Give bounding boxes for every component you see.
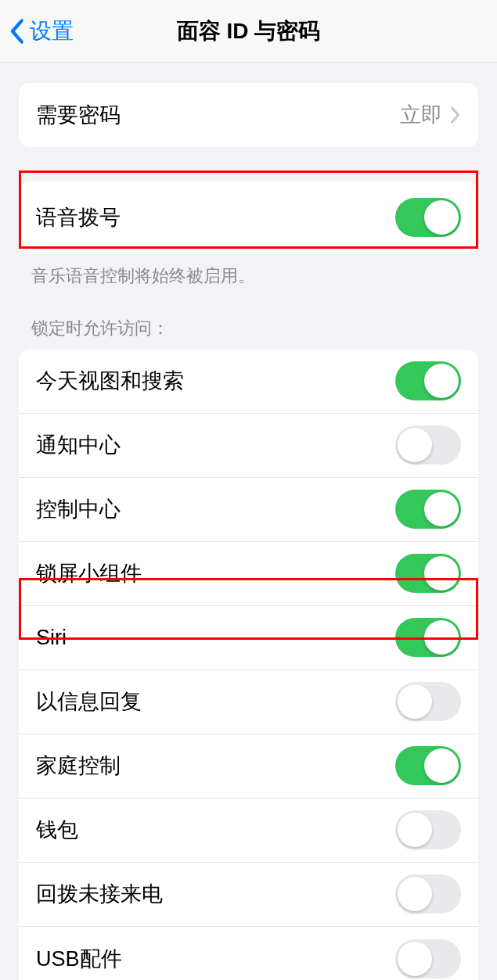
back-label: 设置: [30, 16, 74, 46]
lock-access-toggle[interactable]: [395, 682, 461, 721]
lock-access-toggle[interactable]: [395, 490, 461, 529]
lock-access-row: 家庭控制: [19, 734, 478, 799]
lock-access-label: USB配件: [36, 945, 122, 973]
voice-dial-footer: 音乐语音控制将始终被启用。: [31, 264, 466, 289]
voice-dial-group: 语音拨号: [19, 181, 478, 253]
lock-access-label: 锁屏小组件: [36, 559, 142, 587]
lock-access-toggle[interactable]: [395, 939, 461, 978]
lock-access-toggle[interactable]: [395, 361, 461, 400]
lock-access-label: Siri: [36, 626, 67, 650]
chevron-right-icon: [450, 106, 461, 124]
lock-access-row: 锁屏小组件: [19, 542, 478, 606]
lock-access-toggle[interactable]: [395, 554, 461, 593]
voice-dial-toggle[interactable]: [395, 198, 461, 237]
lock-access-toggle[interactable]: [395, 618, 461, 657]
require-passcode-row[interactable]: 需要密码 立即: [19, 83, 478, 147]
lock-access-toggle[interactable]: [395, 874, 461, 914]
lock-access-label: 以信息回复: [36, 687, 142, 716]
chevron-left-icon: [8, 18, 25, 45]
lock-access-label: 控制中心: [36, 495, 121, 523]
require-passcode-value: 立即: [400, 101, 442, 129]
lock-access-label: 家庭控制: [36, 752, 121, 780]
lock-access-row: 钱包: [19, 799, 478, 863]
lock-access-row: 今天视图和搜索: [19, 350, 478, 414]
lock-access-toggle[interactable]: [395, 746, 461, 785]
lock-access-row: USB配件: [19, 927, 478, 980]
passcode-group: 需要密码 立即: [19, 83, 478, 147]
lock-access-group: 今天视图和搜索通知中心控制中心锁屏小组件Siri以信息回复家庭控制钱包回拨未接来…: [19, 350, 478, 980]
voice-dial-row: 语音拨号: [19, 181, 478, 253]
lock-access-label: 钱包: [36, 816, 78, 844]
page-title: 面容 ID 与密码: [0, 16, 497, 46]
lock-access-label: 回拨未接来电: [36, 880, 163, 908]
lock-access-row: 以信息回复: [19, 670, 478, 734]
require-passcode-label: 需要密码: [36, 101, 121, 129]
lock-access-row: Siri: [19, 606, 478, 670]
back-button[interactable]: 设置: [8, 16, 74, 46]
navigation-bar: 设置 面容 ID 与密码: [0, 0, 497, 63]
lock-access-row: 通知中心: [19, 414, 478, 478]
lock-access-toggle[interactable]: [395, 425, 461, 465]
lock-access-label: 今天视图和搜索: [36, 367, 184, 395]
lock-access-toggle[interactable]: [395, 810, 461, 849]
lock-access-row: 控制中心: [19, 478, 478, 542]
lock-access-label: 通知中心: [36, 431, 121, 459]
voice-dial-label: 语音拨号: [36, 203, 121, 232]
lock-access-row: 回拨未接来电: [19, 863, 478, 927]
lock-access-header: 锁定时允许访问：: [31, 317, 466, 340]
